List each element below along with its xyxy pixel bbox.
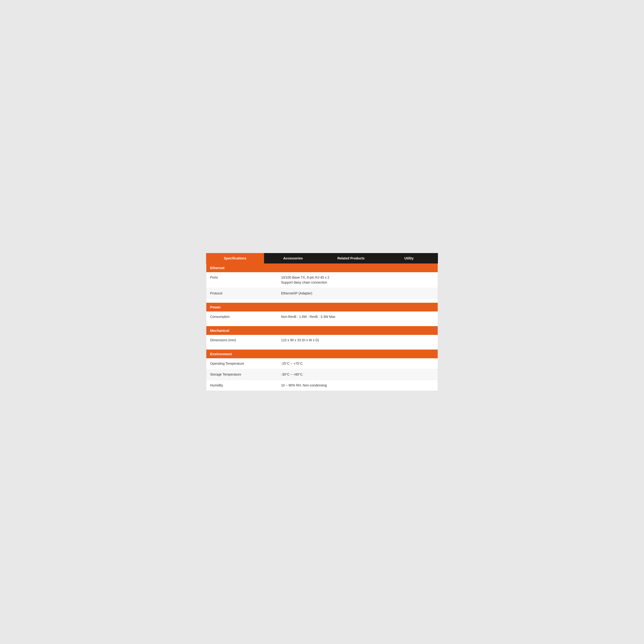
spec-label: Storage Temperature — [210, 372, 281, 376]
spec-label: Dimensions (mm) — [210, 338, 281, 342]
spec-row: Dimensions (mm)110 x 90 x 33 (H x W x D) — [206, 335, 438, 346]
tab-utility[interactable]: Utility — [380, 253, 438, 263]
spec-value: -25°C ~ +75°C — [281, 361, 302, 366]
spec-row: Operating Temperature-25°C ~ +75°C — [206, 358, 438, 369]
spec-label: Humidity — [210, 383, 281, 387]
spec-row: ConsumptionNon-RevB : 1.6W ; RevB : 3.3W… — [206, 311, 438, 322]
section-header-environment: Environment — [206, 350, 438, 358]
spec-label: Operating Temperature — [210, 361, 281, 365]
tab-bar: SpecificationsAccessoriesRelated Product… — [206, 253, 438, 263]
section-header-ethernet: Ethernet — [206, 263, 438, 272]
spec-value: Ethernet/IP (Adapter) — [281, 291, 312, 296]
tab-accessories[interactable]: Accessories — [264, 253, 322, 263]
main-container: SpecificationsAccessoriesRelated Product… — [206, 253, 438, 391]
spec-row: Humidity10 ~ 90% RH, Non-condensing — [206, 380, 438, 391]
tab-specifications[interactable]: Specifications — [206, 253, 264, 263]
tab-related-products[interactable]: Related Products — [322, 253, 380, 263]
spec-label: Consumption — [210, 314, 281, 319]
spec-row: Storage Temperature-30°C ~ +80°C — [206, 369, 438, 380]
spec-value: Non-RevB : 1.6W ; RevB : 3.3W Max — [281, 314, 336, 319]
content-area: EthernetPorts10/100 Base-TX, 8-pin RJ-45… — [206, 263, 438, 391]
spec-label: Ports — [210, 275, 281, 279]
spec-value: 10 ~ 90% RH, Non-condensing — [281, 383, 327, 388]
section-gap-power — [206, 299, 438, 303]
spec-value: 110 x 90 x 33 (H x W x D) — [281, 338, 319, 343]
section-gap-environment — [206, 346, 438, 350]
spec-row: Ports10/100 Base-TX, 8-pin RJ-45 x 2Supp… — [206, 272, 438, 288]
spec-row: ProtocolEthernet/IP (Adapter) — [206, 288, 438, 299]
spec-value: -30°C ~ +80°C — [281, 372, 302, 377]
section-gap-mechanical — [206, 322, 438, 326]
spec-label: Protocol — [210, 291, 281, 295]
spec-value: 10/100 Base-TX, 8-pin RJ-45 x 2Support d… — [281, 275, 329, 285]
section-header-power: Power — [206, 303, 438, 311]
section-header-mechanical: Mechanical — [206, 326, 438, 335]
